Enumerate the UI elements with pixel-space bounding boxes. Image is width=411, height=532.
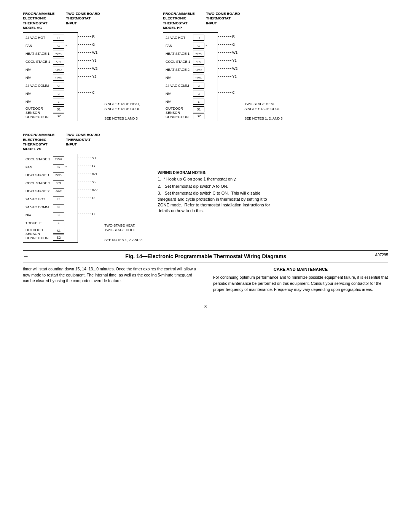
notes-title: WIRING DIAGRAM NOTES: [158, 171, 272, 175]
diagram-2s-header: PROGRAMMABLE ELECTRONIC THERMOSTAT MODEL… [23, 133, 100, 151]
figure-title: Fig. 14—Electronic Programmable Thermost… [37, 253, 375, 259]
terminal-row-cs1-2s: COOL STAGE 1 Y1/W2 [25, 156, 75, 163]
figure-section: → Fig. 14—Electronic Programmable Thermo… [23, 250, 388, 262]
wiring-notes-block: WIRING DIAGRAM NOTES: 1. * Hook up G on … [158, 171, 272, 242]
terminal-row-r-hp: 24 VAC HOT R [166, 34, 215, 41]
diagram-2s-board-label: TWO-ZONE BOARD THERMOSTAT INPUT [66, 133, 100, 151]
diagram-hp-right-terms: R G W1 Y1 W2 Y2 C [231, 32, 237, 96]
terminal-row-r-2s: 24 VAC HOT R [25, 196, 75, 203]
terminal-row-y2-ac: N/A Y1/W2 [25, 74, 75, 81]
diagram-hp-thermostat-label: PROGRAMMABLE ELECTRONIC THERMOSTAT MODEL… [163, 11, 194, 30]
sensor-row-hp: OUTDOORSENSORCONNECTION S1 S2 [166, 106, 215, 119]
terminal-row-c-ac: 24 VAC COMM C [25, 82, 75, 89]
diagram-ac-board-label: TWO-ZONE BOARD THERMOSTAT INPUT [66, 11, 100, 30]
stage-note-ac: SINGLE-STAGE HEAT,SINGLE-STAGE COOLSEE N… [104, 102, 140, 121]
stage-note-hp: TWO-STAGE HEAT,SINGLE-STAGE COOLSEE NOTE… [244, 102, 282, 121]
diagram-2s-body: COOL STAGE 1 Y1/W2 FAN G * HEAT STAGE 1 … [23, 154, 142, 243]
terminal-row-w1-hp: HEAT STAGE 1 W/W1 [166, 50, 215, 57]
diagram-ac-wiring-box: 24 VAC HOT R FAN G * HEAT STAGE 1 W/W1 C… [23, 32, 78, 121]
terminal-row-r-ac: 24 VAC HOT R [25, 34, 75, 41]
bottom-right-col: CARE AND MAINTENANCE For continuing opti… [213, 266, 388, 293]
terminal-row-l-hp: N/A L [166, 98, 215, 105]
diagram-2s-wiring-box: COOL STAGE 1 Y1/W2 FAN G * HEAT STAGE 1 … [23, 154, 78, 243]
diagram-2s-dashes [78, 154, 91, 218]
bottom-left-text: timer will start counting down 15, 14, 1… [23, 266, 198, 284]
stage-note-2s: TWO-STAGE HEAT,TWO-STAGE COOLSEE NOTES 1… [104, 223, 142, 242]
terminal-row-c-hp: 24 VAC COMM C [166, 82, 215, 89]
terminal-row-y1-hp: COOL STAGE 1 Y/Y2 [166, 58, 215, 65]
page-number: 8 [23, 304, 388, 309]
terminal-row-y1-ac: COOL STAGE 1 Y/Y2 [25, 58, 75, 65]
diagram-ac-body: 24 VAC HOT R FAN G * HEAT STAGE 1 W/W1 C… [23, 32, 140, 121]
note-1: 1. * Hook up G on zone 1 thermostat only… [158, 176, 272, 182]
diagram-hp: PROGRAMMABLE ELECTRONIC THERMOSTAT MODEL… [163, 11, 282, 121]
terminal-row-hs2-hp: HEAT STAGE 2 O/W2 [166, 66, 215, 73]
terminal-row-g-2s: FAN G * [25, 164, 75, 171]
diagram-hp-body: 24 VAC HOT R FAN G * HEAT STAGE 1 W/W1 C… [163, 32, 282, 121]
diagram-hp-dashes [218, 32, 231, 96]
diagram-hp-conn: R G W1 Y1 W2 Y2 C [218, 32, 237, 96]
terminal-row-hs1-2s: HEAT STAGE 1 W/W1 [25, 172, 75, 179]
terminal-row-cs2-2s: COOL STAGE 2 Y/Y2 [25, 180, 75, 187]
figure-arrow: → [23, 253, 29, 260]
diagram-ac: PROGRAMMABLE ELECTRONIC THERMOSTAT MODEL… [23, 11, 140, 121]
diagram-ac-conn: R G W1 Y1 W2 Y2 C [78, 32, 97, 96]
terminal-row-l-2s: TROUBLE L [25, 220, 75, 227]
terminal-row-b-hp: N/A B [166, 90, 215, 97]
bottom-text-section: timer will start counting down 15, 14, 1… [23, 266, 388, 293]
diagrams-top-row: PROGRAMMABLE ELECTRONIC THERMOSTAT MODEL… [23, 11, 388, 121]
terminal-row-w2-ac: N/A O/W2 [25, 66, 75, 73]
terminal-row-b-ac: N/A B [25, 90, 75, 97]
diagram-2s: PROGRAMMABLE ELECTRONIC THERMOSTAT MODEL… [23, 133, 142, 242]
diagram-ac-right-terms: R G W1 Y1 W2 Y2 C [91, 32, 97, 96]
sensor-row-2s: OUTDOORSENSORCONNECTION S1 S2 [25, 228, 75, 241]
terminal-row-l-ac: N/A L [25, 98, 75, 105]
diagram-2s-thermostat-label: PROGRAMMABLE ELECTRONIC THERMOSTAT MODEL… [23, 133, 54, 151]
terminal-row-b-2s: N/A B [25, 212, 75, 219]
care-maintenance-text: For continuing optimum performance and t… [213, 275, 388, 292]
terminal-row-g-ac: FAN G * [25, 42, 75, 49]
terminal-row-w1-ac: HEAT STAGE 1 W/W1 [25, 50, 75, 57]
note-3: 3. Set thermostat dip switch C to ON. Th… [158, 190, 272, 214]
diagram-ac-header: PROGRAMMABLE ELECTRONIC THERMOSTAT MODEL… [23, 11, 100, 30]
diagram-ac-thermostat-label: PROGRAMMABLE ELECTRONIC THERMOSTAT MODEL… [23, 11, 54, 30]
terminal-row-na-hp: N/A Y1/W2 [166, 74, 215, 81]
diagram-ac-dashes [78, 32, 91, 96]
diagram-hp-wiring-box: 24 VAC HOT R FAN G * HEAT STAGE 1 W/W1 C… [163, 32, 218, 121]
diagrams-bottom-row: PROGRAMMABLE ELECTRONIC THERMOSTAT MODEL… [23, 133, 388, 242]
figure-number: A97295 [375, 253, 388, 257]
sensor-row-ac: OUTDOORSENSORCONNECTION S1 S2 [25, 106, 75, 119]
terminal-row-g-hp: FAN G * [166, 42, 215, 49]
care-maintenance-title: CARE AND MAINTENANCE [213, 266, 388, 273]
diagram-2s-right-terms: Y1 G W1 Y2 W2 R C [91, 154, 97, 218]
diagram-hp-board-label: TWO-ZONE BOARD THERMOSTAT INPUT [206, 11, 240, 30]
terminal-row-hs2-2s: HEAT STAGE 2 O/W2 [25, 188, 75, 195]
terminal-row-c-2s: 24 VAC COMM C [25, 204, 75, 211]
note-2: 2. Set thermostat dip switch A to ON. [158, 184, 272, 189]
diagram-hp-header: PROGRAMMABLE ELECTRONIC THERMOSTAT MODEL… [163, 11, 240, 30]
bottom-left-col: timer will start counting down 15, 14, 1… [23, 266, 198, 293]
page: PROGRAMMABLE ELECTRONIC THERMOSTAT MODEL… [0, 0, 411, 532]
diagram-2s-conn: Y1 G W1 Y2 W2 R C [78, 154, 97, 218]
